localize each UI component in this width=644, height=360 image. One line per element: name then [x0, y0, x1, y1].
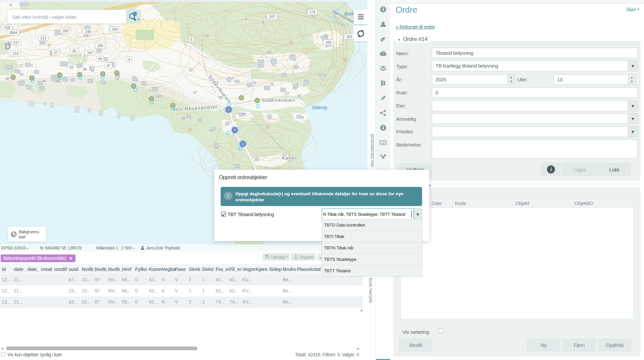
- svg-text:27: 27: [54, 51, 58, 55]
- svg-text:62: 62: [225, 122, 229, 126]
- svg-text:42: 42: [25, 84, 29, 88]
- svg-text:3: 3: [190, 37, 192, 41]
- svg-text:17: 17: [19, 64, 23, 68]
- svg-text:52: 52: [115, 76, 119, 80]
- svg-text:10: 10: [187, 127, 192, 132]
- svg-text:80: 80: [242, 112, 246, 116]
- svg-text:181: 181: [346, 35, 352, 39]
- svg-text:21: 21: [270, 82, 274, 86]
- svg-text:21: 21: [29, 64, 33, 68]
- svg-text:19: 19: [19, 72, 23, 76]
- svg-text:47: 47: [106, 64, 110, 68]
- svg-text:35: 35: [322, 73, 326, 77]
- svg-text:74: 74: [263, 166, 267, 170]
- svg-text:197: 197: [87, 51, 93, 55]
- svg-text:219: 219: [12, 51, 18, 55]
- svg-text:10: 10: [235, 111, 239, 115]
- svg-text:218: 218: [4, 26, 10, 30]
- svg-text:40: 40: [5, 77, 9, 81]
- svg-text:58: 58: [181, 116, 185, 120]
- svg-text:41: 41: [90, 68, 94, 72]
- svg-text:11: 11: [7, 66, 10, 70]
- svg-text:50: 50: [102, 81, 106, 85]
- svg-text:8: 8: [10, 3, 12, 7]
- svg-text:19: 19: [252, 81, 256, 85]
- svg-text:33: 33: [69, 65, 73, 69]
- svg-text:27: 27: [285, 91, 289, 95]
- svg-text:9: 9: [258, 63, 260, 67]
- svg-text:213: 213: [40, 36, 46, 40]
- svg-text:10: 10: [342, 57, 347, 62]
- svg-text:17: 17: [230, 76, 234, 80]
- svg-text:10: 10: [188, 68, 192, 72]
- svg-text:187: 187: [269, 14, 275, 18]
- svg-text:53: 53: [132, 76, 136, 80]
- svg-text:12: 12: [193, 90, 197, 94]
- svg-text:Sildevig: Sildevig: [312, 105, 327, 110]
- svg-text:18: 18: [267, 115, 271, 119]
- svg-text:183: 183: [325, 40, 331, 44]
- svg-text:29: 29: [292, 86, 296, 90]
- svg-text:179: 179: [309, 10, 315, 14]
- svg-text:39: 39: [83, 67, 87, 71]
- svg-text:D: D: [5, 42, 11, 51]
- svg-text:Sildevikveien: Sildevikveien: [262, 97, 295, 103]
- svg-text:43: 43: [98, 57, 102, 61]
- svg-text:35: 35: [72, 49, 76, 53]
- svg-text:Katten: Katten: [282, 155, 297, 161]
- svg-text:68: 68: [215, 146, 219, 150]
- svg-text:57: 57: [149, 88, 153, 92]
- svg-text:6: 6: [245, 17, 247, 21]
- svg-text:193: 193: [112, 27, 118, 31]
- svg-text:217: 217: [13, 40, 19, 44]
- svg-text:195: 195: [97, 44, 103, 48]
- svg-text:4: 4: [128, 57, 130, 62]
- svg-text:20: 20: [289, 40, 293, 45]
- svg-text:66: 66: [210, 128, 214, 132]
- svg-text:13: 13: [292, 57, 296, 61]
- svg-text:11: 11: [272, 62, 275, 66]
- svg-text:▾: ▾: [138, 18, 139, 21]
- svg-text:3564: 3564: [9, 31, 17, 35]
- svg-text:24: 24: [300, 115, 304, 119]
- svg-text:59: 59: [155, 94, 159, 98]
- svg-text:8: 8: [262, 20, 264, 24]
- svg-text:31: 31: [303, 83, 307, 87]
- svg-text:205: 205: [62, 29, 68, 33]
- svg-text:199: 199: [85, 30, 91, 34]
- svg-text:46: 46: [56, 79, 60, 83]
- svg-text:44: 44: [42, 79, 46, 83]
